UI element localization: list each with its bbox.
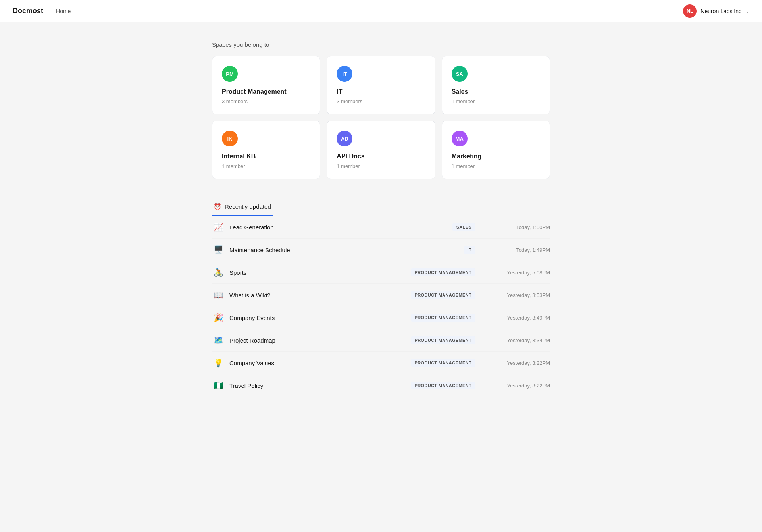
space-avatar: MA [452,131,468,146]
tab-label: Recently updated [225,203,271,210]
doc-space-badge: PRODUCT MANAGEMENT [411,336,475,344]
space-name: Sales [452,88,540,95]
doc-space-badge: PRODUCT MANAGEMENT [411,314,475,322]
space-card[interactable]: PM Product Management 3 members [212,56,320,114]
doc-row[interactable]: 🖥️ Maintenance Schedule IT Today, 1:49PM [212,239,550,261]
doc-title: What is a Wiki? [229,292,411,299]
doc-space-badge: PRODUCT MANAGEMENT [411,359,475,367]
doc-timestamp: Today, 1:50PM [495,224,550,230]
space-members: 3 members [222,98,310,104]
spaces-grid: PM Product Management 3 members IT IT 3 … [212,56,550,179]
space-members: 1 member [337,163,425,169]
doc-space-badge: SALES [452,223,475,231]
spaces-section: Spaces you belong to PM Product Manageme… [212,41,550,179]
clock-icon: ⏰ [214,203,221,210]
doc-row[interactable]: 🚴 Sports PRODUCT MANAGEMENT Yesterday, 5… [212,261,550,284]
doc-title: Maintenance Schedule [229,247,464,253]
doc-space-badge: IT [464,246,475,254]
space-name: API Docs [337,153,425,160]
doc-emoji: 🇳🇬 [212,381,225,390]
app-header: Docmost Home NL Neuron Labs Inc ⌄ [0,0,762,22]
doc-title: Sports [229,269,411,276]
recently-updated-section: ⏰ Recently updated 📈 Lead Generation SAL… [212,198,550,397]
doc-row[interactable]: 🎉 Company Events PRODUCT MANAGEMENT Yest… [212,306,550,329]
doc-timestamp: Today, 1:49PM [495,247,550,253]
nav-home[interactable]: Home [56,8,71,14]
space-avatar: AD [337,131,352,146]
space-members: 1 member [452,98,540,104]
doc-row[interactable]: 🇳🇬 Travel Policy PRODUCT MANAGEMENT Yest… [212,374,550,397]
header-right[interactable]: NL Neuron Labs Inc ⌄ [683,4,749,18]
doc-list: 📈 Lead Generation SALES Today, 1:50PM 🖥️… [212,216,550,397]
doc-space-badge: PRODUCT MANAGEMENT [411,382,475,389]
space-card[interactable]: IT IT 3 members [327,56,435,114]
doc-row[interactable]: 🗺️ Project Roadmap PRODUCT MANAGEMENT Ye… [212,329,550,352]
main-content: Spaces you belong to PM Product Manageme… [202,22,560,416]
doc-space-badge: PRODUCT MANAGEMENT [411,268,475,276]
doc-row[interactable]: 📈 Lead Generation SALES Today, 1:50PM [212,216,550,239]
space-name: Marketing [452,153,540,160]
space-card[interactable]: MA Marketing 1 member [442,121,550,179]
doc-title: Project Roadmap [229,337,411,344]
tab-recently-updated[interactable]: ⏰ Recently updated [212,198,273,216]
doc-emoji: 🎉 [212,313,225,322]
space-members: 3 members [337,98,425,104]
space-avatar: IT [337,66,352,82]
space-name: Product Management [222,88,310,95]
space-avatar: IK [222,131,238,146]
doc-timestamp: Yesterday, 3:49PM [495,315,550,321]
space-members: 1 member [222,163,310,169]
doc-title: Lead Generation [229,224,452,231]
doc-title: Company Values [229,360,411,366]
space-card[interactable]: IK Internal KB 1 member [212,121,320,179]
space-name: IT [337,88,425,95]
doc-emoji: 🗺️ [212,335,225,345]
doc-emoji: 🖥️ [212,245,225,254]
doc-emoji: 🚴 [212,268,225,277]
doc-timestamp: Yesterday, 5:08PM [495,270,550,276]
doc-row[interactable]: 📖 What is a Wiki? PRODUCT MANAGEMENT Yes… [212,284,550,306]
app-logo: Docmost [13,7,43,15]
doc-emoji: 📈 [212,222,225,232]
doc-space-badge: PRODUCT MANAGEMENT [411,291,475,299]
chevron-down-icon: ⌄ [745,8,749,14]
doc-timestamp: Yesterday, 3:34PM [495,337,550,343]
doc-row[interactable]: 💡 Company Values PRODUCT MANAGEMENT Yest… [212,352,550,374]
doc-timestamp: Yesterday, 3:53PM [495,292,550,298]
header-left: Docmost Home [13,7,71,15]
doc-emoji: 📖 [212,290,225,300]
doc-emoji: 💡 [212,358,225,368]
tab-bar: ⏰ Recently updated [212,198,550,216]
spaces-section-title: Spaces you belong to [212,41,550,48]
space-avatar: SA [452,66,468,82]
org-name: Neuron Labs Inc [700,8,741,14]
space-avatar: PM [222,66,238,82]
space-name: Internal KB [222,153,310,160]
doc-title: Company Events [229,314,411,321]
space-card[interactable]: AD API Docs 1 member [327,121,435,179]
user-avatar: NL [683,4,697,18]
space-members: 1 member [452,163,540,169]
doc-timestamp: Yesterday, 3:22PM [495,360,550,366]
doc-title: Travel Policy [229,382,411,389]
doc-timestamp: Yesterday, 3:22PM [495,383,550,389]
space-card[interactable]: SA Sales 1 member [442,56,550,114]
